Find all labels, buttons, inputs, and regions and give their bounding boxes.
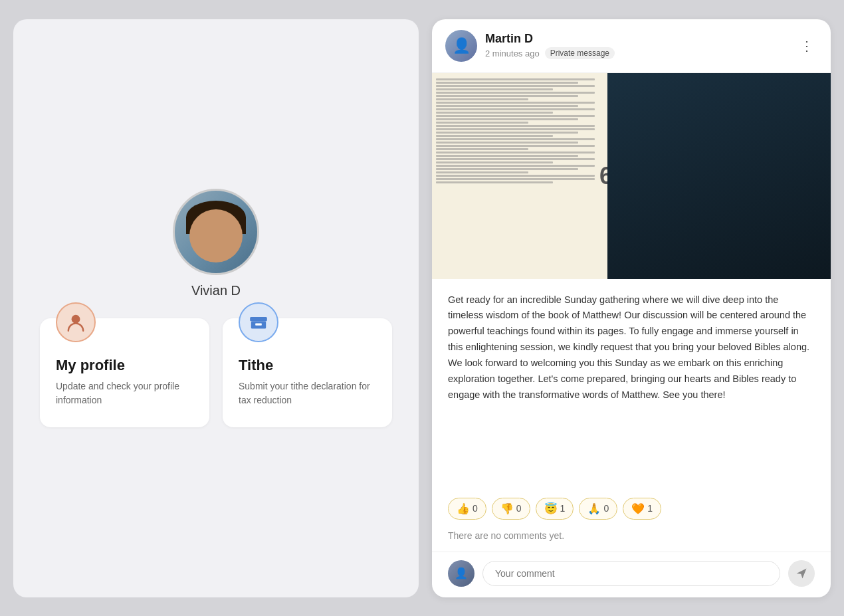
bible-line	[436, 112, 553, 114]
bible-line	[436, 181, 553, 183]
svg-rect-3	[255, 324, 262, 326]
tithe-icon-wrapper	[239, 302, 278, 342]
reaction-emoji: 🧡	[631, 502, 645, 515]
bible-line	[436, 102, 595, 104]
no-comments: There are no comments yet.	[432, 530, 831, 552]
send-icon	[795, 567, 807, 579]
bible-line	[436, 85, 595, 87]
reaction-emoji: 😇	[544, 502, 558, 515]
reaction-count: 0	[473, 503, 478, 514]
reactions-row: 👍0👎0😇1🙏0🧡1	[432, 498, 831, 530]
bible-line	[436, 152, 595, 154]
bible-line	[436, 108, 595, 110]
reaction-count: 0	[603, 503, 609, 514]
archive-icon	[248, 312, 269, 333]
my-profile-card[interactable]: My profile Update and check your profile…	[40, 318, 209, 427]
bible-line	[436, 178, 595, 180]
profile-section: Vivian D	[173, 189, 259, 298]
bible-line	[436, 155, 578, 157]
reaction-pray[interactable]: 🙏0	[579, 498, 617, 520]
reaction-emoji: 🙏	[587, 502, 601, 515]
message-header: 👤 Martin D 2 minutes ago Private message…	[432, 19, 831, 73]
right-panel: 👤 Martin D 2 minutes ago Private message…	[432, 19, 831, 597]
bible-line	[436, 95, 578, 97]
tithe-card-desc: Submit your tithe declaration for tax re…	[239, 379, 376, 407]
comment-input[interactable]	[482, 561, 780, 586]
tithe-card-content: Tithe Submit your tithe declaration for …	[239, 357, 376, 407]
bible-line	[436, 148, 528, 150]
bible-line	[436, 82, 578, 84]
reaction-thumbs-down[interactable]: 👎0	[492, 498, 530, 520]
user-name: Vivian D	[191, 283, 241, 298]
bible-line	[436, 78, 595, 80]
reaction-emoji: 👎	[500, 502, 514, 515]
reaction-emoji: 👍	[457, 502, 470, 515]
more-options-button[interactable]: ⋮	[796, 35, 817, 56]
message-text: Get ready for an incredible Sunday gathe…	[448, 292, 815, 403]
bible-line	[436, 165, 595, 167]
send-button[interactable]	[788, 560, 815, 587]
profile-card-title: My profile	[56, 357, 193, 374]
svg-point-0	[72, 315, 80, 324]
sender-name: Martin D	[485, 32, 615, 46]
comment-avatar-icon: 👤	[455, 567, 468, 579]
person-icon	[65, 312, 86, 333]
sender-avatar-icon: 👤	[453, 37, 471, 54]
sender-info: Martin D 2 minutes ago Private message	[485, 32, 615, 59]
bible-line	[436, 88, 553, 90]
header-left: 👤 Martin D 2 minutes ago Private message	[445, 30, 615, 62]
profile-card-content: My profile Update and check your profile…	[56, 357, 193, 407]
bible-line	[436, 171, 528, 173]
bible-line	[436, 161, 553, 163]
bible-line	[436, 118, 578, 120]
profile-icon-wrapper	[56, 302, 96, 342]
bible-line	[436, 145, 595, 147]
tithe-card-title: Tithe	[239, 357, 376, 374]
profile-card-desc: Update and check your profile informatio…	[56, 379, 193, 407]
bible-line	[436, 115, 595, 117]
cards-row: My profile Update and check your profile…	[40, 318, 392, 427]
private-badge: Private message	[545, 47, 615, 59]
svg-rect-1	[250, 317, 267, 321]
bible-line	[436, 98, 528, 100]
bible-line	[436, 105, 578, 107]
message-body: Get ready for an incredible Sunday gathe…	[432, 279, 831, 498]
bible-line	[436, 175, 595, 177]
comment-input-row: 👤	[432, 552, 831, 597]
sender-avatar: 👤	[445, 30, 477, 62]
bible-line	[436, 135, 553, 137]
bible-line	[436, 122, 528, 124]
tithe-card[interactable]: Tithe Submit your tithe declaration for …	[223, 318, 392, 427]
bible-page	[432, 73, 607, 279]
reaction-angel[interactable]: 😇1	[536, 498, 574, 520]
reaction-heart[interactable]: 🧡1	[623, 498, 661, 520]
avatar-face	[189, 209, 243, 262]
bible-line	[436, 92, 595, 94]
bible-line	[436, 125, 595, 127]
sender-meta: 2 minutes ago Private message	[485, 47, 615, 59]
time-ago: 2 minutes ago	[485, 49, 540, 58]
bible-line	[436, 128, 595, 130]
message-image: 62	[432, 73, 831, 279]
bible-line	[436, 168, 578, 170]
bible-line	[436, 132, 578, 134]
reaction-count: 1	[647, 503, 653, 514]
dark-bg	[607, 73, 831, 279]
reaction-count: 1	[560, 503, 566, 514]
bible-line	[436, 142, 578, 144]
bible-line	[436, 138, 595, 140]
comment-user-avatar: 👤	[448, 560, 475, 587]
bible-line	[436, 158, 595, 160]
left-panel: Vivian D My profile Update and check you…	[13, 19, 419, 597]
reaction-thumbs-up[interactable]: 👍0	[448, 498, 486, 520]
user-avatar	[173, 189, 259, 275]
reaction-count: 0	[516, 503, 522, 514]
